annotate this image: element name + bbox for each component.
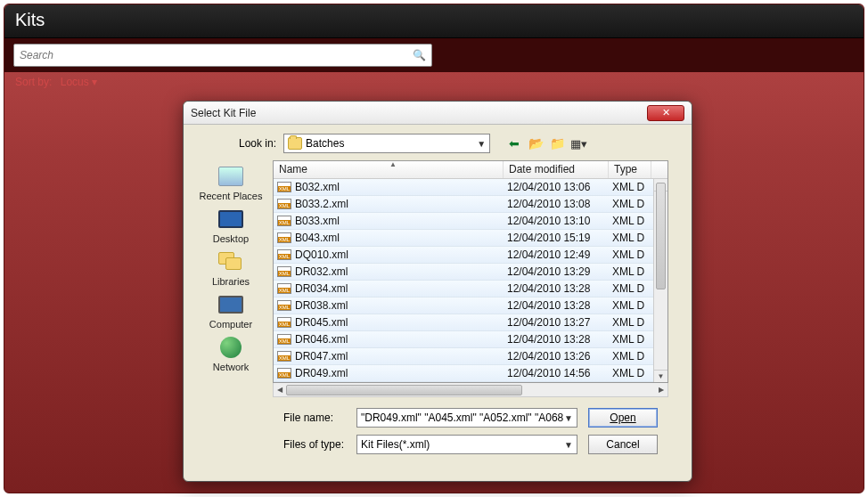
scroll-down-icon[interactable]: ▼ <box>654 370 667 382</box>
file-name: DR032.xml <box>295 265 348 278</box>
open-button[interactable]: Open <box>588 408 658 428</box>
search-icon[interactable]: 🔍 <box>413 49 426 61</box>
file-name: DR038.xml <box>295 299 348 312</box>
file-date: 12/04/2010 13:28 <box>504 299 609 312</box>
recent-icon <box>218 167 243 186</box>
file-name: B033.2.xml <box>295 198 348 210</box>
filetype-label: Files of type: <box>283 438 346 451</box>
file-row[interactable]: DR046.xml12/04/2010 13:28XML D <box>274 331 667 348</box>
file-date: 12/04/2010 13:06 <box>504 181 609 193</box>
xml-file-icon <box>277 216 291 226</box>
file-name: B043.xml <box>295 232 340 244</box>
filename-input[interactable]: "DR049.xml" "A045.xml" "A052.xml" "A068.… <box>356 408 577 428</box>
arrow-left-icon: ⬅ <box>509 136 520 151</box>
new-folder-button[interactable]: 📁 <box>549 135 565 151</box>
xml-file-icon <box>277 368 291 379</box>
xml-file-icon <box>277 283 291 294</box>
sort-asc-icon: ▲ <box>389 160 397 168</box>
views-button[interactable]: ▦▾ <box>570 135 586 151</box>
xml-file-icon <box>277 266 291 277</box>
file-row[interactable]: DR047.xml12/04/2010 13:26XML D <box>274 348 667 365</box>
file-name: DR045.xml <box>295 316 348 329</box>
sort-value[interactable]: Locus ▾ <box>61 76 97 88</box>
lookin-combo[interactable]: Batches ▼ <box>283 134 490 153</box>
libraries-icon <box>218 252 243 272</box>
chevron-down-icon: ▼ <box>477 139 486 149</box>
file-list[interactable]: Name ▲ Date modified Type B032.xml12/04/… <box>273 160 668 383</box>
col-header-type[interactable]: Type <box>609 161 651 178</box>
search-input[interactable] <box>20 49 413 61</box>
place-computer[interactable]: Computer <box>209 292 252 330</box>
folder-up-icon: 📂 <box>528 136 544 151</box>
file-date: 12/04/2010 12:49 <box>504 248 609 261</box>
views-icon: ▦▾ <box>570 137 587 151</box>
file-date: 12/04/2010 13:10 <box>504 215 609 227</box>
file-name: DR046.xml <box>295 333 348 346</box>
place-network[interactable]: Network <box>213 335 249 372</box>
file-type: XML D <box>609 248 651 261</box>
file-name: DR034.xml <box>295 282 348 295</box>
file-type: XML D <box>609 215 651 227</box>
file-row[interactable]: DR045.xml12/04/2010 13:27XML D <box>274 314 667 331</box>
xml-file-icon <box>277 182 291 192</box>
chevron-down-icon: ▼ <box>564 413 573 423</box>
xml-file-icon <box>277 199 291 209</box>
file-type: XML D <box>609 265 651 278</box>
file-name: B033.xml <box>295 215 340 227</box>
xml-file-icon <box>277 249 291 260</box>
cancel-button[interactable]: Cancel <box>588 435 658 454</box>
file-name: DR047.xml <box>295 350 348 363</box>
up-folder-button[interactable]: 📂 <box>528 135 544 151</box>
folder-icon <box>288 137 302 150</box>
scroll-thumb[interactable] <box>656 183 666 289</box>
xml-file-icon <box>277 317 291 328</box>
scroll-right-icon[interactable]: ▶ <box>655 384 667 396</box>
file-open-dialog: Select Kit File ✕ Look in: Batches ▼ ⬅ 📂… <box>183 101 692 482</box>
close-icon: ✕ <box>662 107 670 118</box>
xml-file-icon <box>277 300 291 311</box>
file-date: 12/04/2010 15:19 <box>504 232 609 244</box>
file-row[interactable]: B033.xml12/04/2010 13:10XML D <box>274 213 667 230</box>
lookin-value: Batches <box>306 137 344 150</box>
new-folder-icon: 📁 <box>550 136 565 151</box>
file-date: 12/04/2010 13:28 <box>504 282 609 295</box>
desktop-icon <box>218 210 243 228</box>
place-label: Desktop <box>213 233 249 244</box>
filename-label: File name: <box>283 411 346 424</box>
file-type: XML D <box>609 181 651 193</box>
file-row[interactable]: DR038.xml12/04/2010 13:28XML D <box>274 297 667 314</box>
horizontal-scrollbar[interactable]: ◀ ▶ <box>273 383 668 397</box>
chevron-down-icon: ▾ <box>92 76 97 88</box>
filetype-combo[interactable]: Kit Files(*.xml) ▼ <box>356 435 577 454</box>
file-row[interactable]: DQ010.xml12/04/2010 12:49XML D <box>274 247 667 264</box>
back-button[interactable]: ⬅ <box>506 135 522 151</box>
file-date: 12/04/2010 13:29 <box>504 265 609 278</box>
file-type: XML D <box>609 299 651 312</box>
file-row[interactable]: DR034.xml12/04/2010 13:28XML D <box>274 281 667 297</box>
file-date: 12/04/2010 13:27 <box>504 316 609 329</box>
xml-file-icon <box>277 351 291 362</box>
file-type: XML D <box>609 333 651 346</box>
file-date: 12/04/2010 13:26 <box>504 350 609 363</box>
file-row[interactable]: B033.2.xml12/04/2010 13:08XML D <box>274 196 667 213</box>
file-name: DQ010.xml <box>295 248 348 261</box>
scroll-left-icon[interactable]: ◀ <box>274 384 286 396</box>
file-row[interactable]: DR032.xml12/04/2010 13:29XML D <box>274 264 667 281</box>
network-icon <box>220 337 242 358</box>
place-libraries[interactable]: Libraries <box>212 249 250 287</box>
file-row[interactable]: B043.xml12/04/2010 15:19XML D <box>274 230 667 247</box>
file-row[interactable]: B032.xml12/04/2010 13:06XML D <box>274 179 667 196</box>
place-recent[interactable]: Recent Places <box>200 164 263 201</box>
col-header-date[interactable]: Date modified <box>504 161 609 178</box>
file-type: XML D <box>609 316 651 329</box>
hscroll-thumb[interactable] <box>286 385 522 395</box>
file-type: XML D <box>609 350 651 363</box>
search-box[interactable]: 🔍 <box>13 44 432 67</box>
col-header-name[interactable]: Name ▲ <box>274 161 504 178</box>
vertical-scrollbar[interactable]: ▲ ▼ <box>653 179 667 382</box>
place-label: Network <box>213 362 249 372</box>
close-button[interactable]: ✕ <box>647 105 684 121</box>
chevron-down-icon: ▼ <box>564 440 573 450</box>
file-row[interactable]: DR049.xml12/04/2010 14:56XML D <box>274 365 667 382</box>
place-desktop[interactable]: Desktop <box>213 207 249 244</box>
